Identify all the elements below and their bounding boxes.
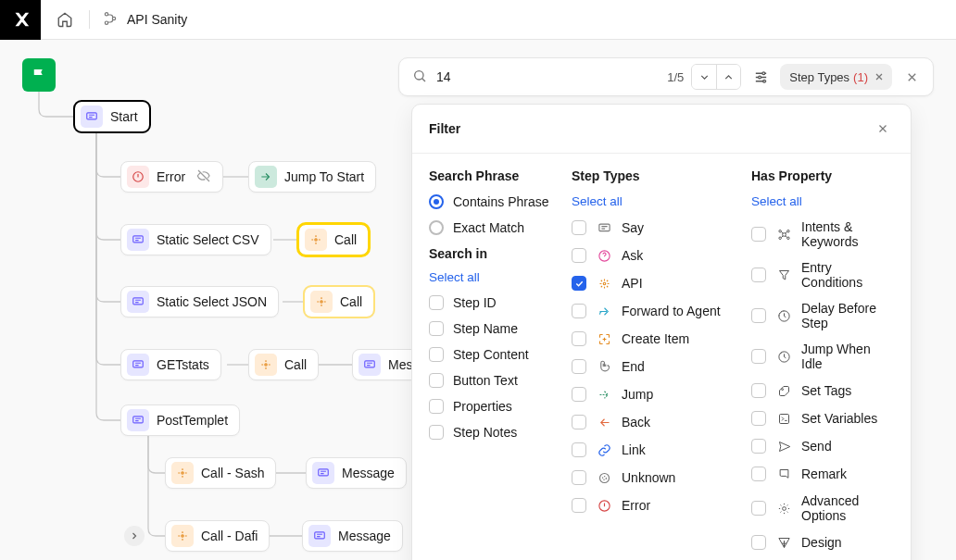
hasprop-option[interactable]: Send bbox=[751, 438, 894, 454]
svg-point-29 bbox=[786, 230, 789, 232]
filter-close-button[interactable] bbox=[872, 118, 894, 140]
search-next-button[interactable] bbox=[692, 65, 716, 89]
searchin-option[interactable]: Step Notes bbox=[429, 425, 568, 440]
steptype-option[interactable]: Ask bbox=[572, 247, 748, 264]
svg-rect-21 bbox=[598, 224, 609, 231]
steptype-option[interactable]: Say bbox=[572, 219, 748, 236]
search-bar: 1/5 Step Types (1) bbox=[398, 57, 934, 96]
node-msg-sash[interactable]: Message bbox=[306, 457, 407, 489]
node-call-get[interactable]: Call bbox=[248, 349, 319, 380]
steptype-option[interactable]: Create Item bbox=[572, 330, 748, 347]
svg-rect-7 bbox=[133, 298, 144, 305]
node-start[interactable]: Start bbox=[74, 101, 150, 132]
node-call-json[interactable]: Call bbox=[304, 286, 374, 317]
node-static-json[interactable]: Static Select JSON bbox=[120, 286, 279, 317]
flow-start-flag[interactable] bbox=[22, 58, 56, 92]
svg-point-30 bbox=[778, 237, 781, 240]
searchin-option[interactable]: Step Name bbox=[429, 321, 568, 336]
hasprop-option[interactable]: Advanced Options bbox=[751, 493, 894, 523]
searchin-option[interactable]: Button Text bbox=[429, 373, 568, 388]
steptypes-select-all[interactable]: Select all bbox=[572, 194, 748, 208]
message-icon bbox=[358, 354, 381, 376]
message-icon bbox=[127, 229, 149, 251]
filter-panel: Filter Search Phrase Contains Phrase Exa… bbox=[411, 104, 912, 560]
node-static-csv[interactable]: Static Select CSV bbox=[120, 224, 271, 255]
node-call-sash[interactable]: Call - Sash bbox=[165, 457, 276, 489]
hasprop-option[interactable]: Remark bbox=[751, 466, 894, 482]
svg-point-28 bbox=[778, 230, 781, 232]
message-icon bbox=[312, 462, 334, 484]
hasprop-option[interactable]: Entry Conditions bbox=[751, 260, 894, 290]
hasprop-option[interactable]: Jump When Idle bbox=[751, 342, 894, 371]
hasprop-option[interactable]: Intents & Keywords bbox=[751, 219, 894, 249]
search-in-heading: Search in bbox=[429, 246, 568, 261]
branch-icon bbox=[103, 11, 118, 29]
home-icon[interactable] bbox=[50, 5, 80, 34]
svg-point-25 bbox=[602, 476, 606, 479]
node-msg-dafi[interactable]: Message bbox=[302, 520, 403, 552]
hasprop-option[interactable]: Set Variables bbox=[751, 410, 894, 427]
steptype-option[interactable]: Forward to Agent bbox=[572, 303, 748, 319]
hasprop-select-all[interactable]: Select all bbox=[751, 194, 894, 208]
api-icon bbox=[255, 354, 277, 376]
steptype-option[interactable]: Jump bbox=[572, 386, 748, 403]
svg-rect-11 bbox=[365, 361, 375, 367]
svg-rect-14 bbox=[319, 469, 329, 476]
node-error[interactable]: Error bbox=[120, 161, 223, 193]
filter-chip[interactable]: Step Types (1) bbox=[780, 64, 892, 90]
hidden-icon[interactable] bbox=[196, 168, 211, 186]
svg-point-34 bbox=[781, 388, 783, 390]
node-call-csv[interactable]: Call bbox=[298, 224, 369, 255]
alert-icon bbox=[127, 166, 149, 188]
chip-remove-icon[interactable] bbox=[872, 69, 887, 84]
searchin-select-all[interactable]: Select all bbox=[429, 270, 568, 284]
api-icon bbox=[305, 229, 327, 251]
breadcrumb: API Sanity bbox=[103, 11, 187, 29]
expand-toggle[interactable] bbox=[124, 526, 145, 546]
steptype-option[interactable]: Unknown bbox=[572, 469, 748, 486]
search-close-button[interactable] bbox=[898, 63, 925, 91]
svg-point-1 bbox=[105, 21, 107, 24]
steptype-option[interactable]: End bbox=[572, 358, 748, 375]
steptype-option[interactable]: Error bbox=[572, 497, 748, 514]
filter-toggle-button[interactable] bbox=[747, 63, 774, 91]
steptype-option[interactable]: Back bbox=[572, 414, 748, 430]
search-phrase-heading: Search Phrase bbox=[429, 168, 568, 183]
message-icon bbox=[308, 525, 331, 547]
node-posttemplet[interactable]: PostTemplet bbox=[120, 404, 240, 436]
hasprop-option[interactable]: Set Tags bbox=[751, 382, 894, 399]
jump-icon bbox=[255, 166, 277, 188]
message-icon bbox=[81, 106, 103, 128]
step-types-heading: Step Types bbox=[572, 168, 748, 183]
steptype-option[interactable]: API bbox=[572, 275, 748, 292]
svg-point-24 bbox=[599, 473, 609, 482]
filter-title: Filter bbox=[429, 121, 460, 136]
hasprop-option[interactable]: Design bbox=[751, 534, 894, 551]
svg-point-18 bbox=[762, 71, 765, 74]
api-icon bbox=[171, 525, 194, 547]
message-icon bbox=[127, 291, 149, 313]
node-call-dafi[interactable]: Call - Dafi bbox=[165, 520, 270, 552]
svg-point-15 bbox=[182, 535, 183, 537]
svg-rect-16 bbox=[315, 532, 325, 539]
svg-point-17 bbox=[415, 70, 423, 79]
svg-point-2 bbox=[112, 17, 115, 19]
svg-point-6 bbox=[315, 239, 317, 241]
svg-point-8 bbox=[321, 301, 322, 303]
node-getstats[interactable]: GETstats bbox=[120, 349, 221, 380]
svg-point-19 bbox=[758, 76, 761, 79]
message-icon bbox=[127, 354, 149, 376]
search-input[interactable] bbox=[436, 69, 667, 84]
steptype-option[interactable]: Link bbox=[572, 442, 748, 458]
search-prev-button[interactable] bbox=[716, 65, 740, 89]
searchin-option[interactable]: Step Content bbox=[429, 347, 568, 362]
radio-exact[interactable]: Exact Match bbox=[429, 220, 568, 235]
hasprop-option[interactable]: Delay Before Step bbox=[751, 301, 894, 330]
search-icon bbox=[412, 68, 427, 86]
searchin-option[interactable]: Properties bbox=[429, 399, 568, 414]
app-logo[interactable] bbox=[0, 0, 41, 40]
node-jump[interactable]: Jump To Start bbox=[248, 161, 376, 193]
svg-rect-9 bbox=[133, 361, 144, 367]
searchin-option[interactable]: Step ID bbox=[429, 295, 568, 310]
radio-contains[interactable]: Contains Phrase bbox=[429, 194, 568, 209]
